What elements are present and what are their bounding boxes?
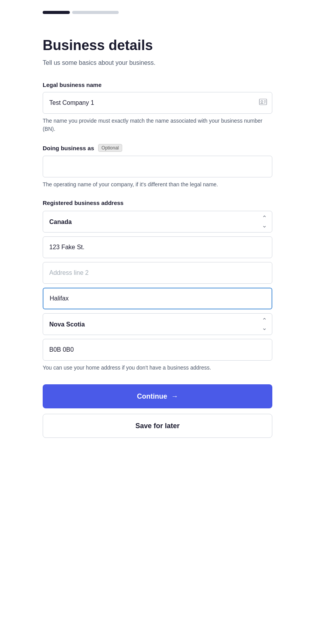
country-select[interactable]: Canada United States <box>43 211 272 233</box>
continue-button[interactable]: Continue → <box>43 384 272 408</box>
address-hint: You can use your home address if you don… <box>43 364 272 372</box>
doing-business-as-label: Doing business as Optional <box>43 144 272 152</box>
doing-business-as-hint: The operating name of your company, if i… <box>43 181 272 189</box>
page-container: Business details Tell us some basics abo… <box>0 0 315 644</box>
buttons-section: Continue → Save for later <box>43 384 272 438</box>
province-select[interactable]: Nova Scotia Ontario British Columbia Alb… <box>43 313 272 335</box>
save-later-button[interactable]: Save for later <box>43 414 272 438</box>
progress-bar <box>43 0 272 14</box>
save-later-label: Save for later <box>135 422 180 430</box>
address-line-2-input[interactable] <box>43 262 272 284</box>
address-line-1-input[interactable] <box>43 236 272 258</box>
address-fields: Canada United States ⌃⌄ Nova Scotia Onta… <box>43 211 272 361</box>
page-title: Business details <box>43 37 272 54</box>
progress-empty <box>72 11 119 14</box>
doing-business-as-input[interactable] <box>43 156 272 177</box>
city-input[interactable] <box>43 288 272 309</box>
continue-label: Continue <box>137 392 167 401</box>
optional-badge: Optional <box>98 144 123 152</box>
svg-point-1 <box>261 101 263 102</box>
continue-arrow-icon: → <box>171 392 178 401</box>
legal-name-input[interactable] <box>43 92 272 114</box>
doing-business-as-section: Doing business as Optional The operating… <box>43 144 272 189</box>
province-select-wrapper: Nova Scotia Ontario British Columbia Alb… <box>43 313 272 335</box>
postal-code-input[interactable] <box>43 339 272 361</box>
page-subtitle: Tell us some basics about your business. <box>43 58 272 68</box>
legal-name-input-wrapper <box>43 92 272 114</box>
legal-name-label: Legal business name <box>43 82 272 88</box>
country-select-wrapper: Canada United States ⌃⌄ <box>43 211 272 233</box>
address-section-label: Registered business address <box>43 200 272 206</box>
progress-filled <box>43 11 70 14</box>
page-header: Business details Tell us some basics abo… <box>43 37 272 68</box>
doing-business-as-label-text: Doing business as <box>43 145 94 151</box>
contact-card-icon <box>259 99 267 107</box>
address-section: Registered business address Canada Unite… <box>43 200 272 372</box>
legal-name-section: Legal business name The name you provide… <box>43 82 272 133</box>
legal-name-hint: The name you provide must exactly match … <box>43 117 272 133</box>
